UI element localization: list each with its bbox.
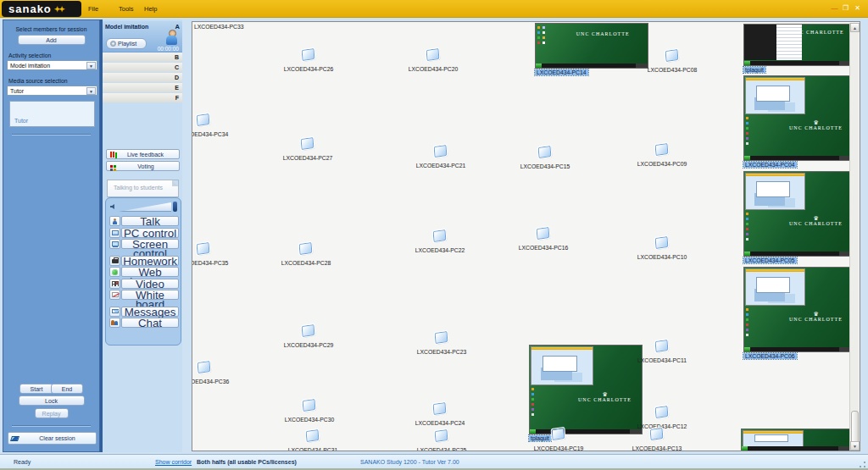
computer-icon[interactable] xyxy=(538,146,552,158)
student-name-label[interactable]: tplaquit xyxy=(743,67,765,73)
vertical-scrollbar[interactable]: ▲ ▼ xyxy=(849,23,859,451)
menu-help[interactable]: Help xyxy=(139,0,162,18)
computer-icon[interactable] xyxy=(197,113,210,126)
voting-button[interactable]: Voting xyxy=(106,161,180,171)
messages-button[interactable]: Messages xyxy=(121,307,179,317)
classroom-layout-canvas[interactable]: UNC CHARLOTTELXCOED434-PC14C CHARLOTTEtp… xyxy=(192,21,860,451)
computer-icon[interactable] xyxy=(655,340,669,352)
desktop-wallpaper-text: ♛UNC CHARLOTTE xyxy=(572,391,637,402)
computer-name-label: LXCOED434-PC19 xyxy=(523,445,594,451)
logo-text: sanako xyxy=(8,3,52,15)
lock-button[interactable]: Lock xyxy=(19,395,85,406)
session-tab-f[interactable]: F xyxy=(103,93,182,102)
video-stream-button[interactable]: Video stream xyxy=(121,279,179,289)
student-screen-thumbnail-LXCOED434-PC06[interactable]: ♛UNC CHARLOTTE xyxy=(743,267,852,352)
computer-icon[interactable] xyxy=(426,48,440,61)
media-source-value: Tutor xyxy=(10,88,24,94)
computer-icon[interactable] xyxy=(197,242,210,255)
computer-icon[interactable] xyxy=(650,428,664,440)
computer-icon[interactable] xyxy=(552,428,565,440)
computer-icon[interactable] xyxy=(655,143,669,156)
student-name-label[interactable]: LXCOED434-PC05 xyxy=(743,257,797,263)
chevron-down-icon[interactable]: ▼ xyxy=(86,62,96,69)
chevron-down-icon[interactable]: ▼ xyxy=(86,87,96,95)
scroll-up-icon[interactable]: ▲ xyxy=(850,23,860,32)
computer-icon[interactable] xyxy=(299,242,313,255)
student-name-label[interactable]: LXCOED434-PC04 xyxy=(743,162,797,168)
chat-icon-button[interactable] xyxy=(109,318,120,328)
add-button[interactable]: Add xyxy=(18,35,86,45)
web-browser-icon-button[interactable] xyxy=(109,267,120,277)
menu-file[interactable]: File xyxy=(83,0,103,18)
student-sanako-window xyxy=(745,268,805,306)
student-screen-thumbnail-tplaquit[interactable]: C CHARLOTTE xyxy=(743,24,852,66)
start-button[interactable]: Start xyxy=(19,384,53,394)
homework-icon-button[interactable] xyxy=(109,256,120,266)
session-tab-c[interactable]: C xyxy=(103,63,182,72)
computer-icon[interactable] xyxy=(655,236,669,249)
video-stream-icon-button[interactable] xyxy=(109,279,120,289)
computer-icon[interactable] xyxy=(303,399,316,412)
restore-button[interactable]: ❐ xyxy=(841,3,850,14)
media-source-dropdown[interactable]: Tutor▼ xyxy=(7,86,97,96)
homework-button[interactable]: Homework xyxy=(121,256,179,266)
computer-icon[interactable] xyxy=(433,402,447,415)
replay-button[interactable]: Replay xyxy=(35,408,69,418)
desktop-taskbar xyxy=(744,156,851,160)
screen-control-button[interactable]: Screen control xyxy=(121,239,179,249)
student-name-label[interactable]: LXCOED434-PC06 xyxy=(743,353,797,359)
student-name-label[interactable]: tplaquit xyxy=(529,435,551,441)
computer-icon[interactable] xyxy=(301,137,314,150)
student-screen-thumbnail-LXCOED434-PC14[interactable]: UNC CHARLOTTE xyxy=(535,23,648,69)
activity-selection-dropdown[interactable]: Model imitation▼ xyxy=(7,60,97,70)
computer-icon[interactable] xyxy=(433,229,447,242)
pc-control-icon-button[interactable] xyxy=(109,228,120,238)
volume-slider-thumb[interactable] xyxy=(173,202,177,212)
desktop-icons xyxy=(746,213,748,215)
web-browser-button[interactable]: Web browser xyxy=(121,267,179,277)
scroll-down-icon[interactable]: ▼ xyxy=(850,441,860,451)
session-tab-b[interactable]: B xyxy=(103,53,182,62)
computer-icon[interactable] xyxy=(306,429,320,442)
show-corridor-link[interactable]: Show corridor xyxy=(155,459,192,465)
computer-icon[interactable] xyxy=(302,324,315,337)
chat-row: Chat xyxy=(109,318,179,328)
messages-icon-button[interactable] xyxy=(109,307,120,317)
status-layout-name: Both halfs (all usable PCs/licenses) xyxy=(197,459,297,465)
close-button[interactable]: ✕ xyxy=(853,3,862,14)
messages-row: Messages xyxy=(109,307,179,317)
session-tab-e[interactable]: E xyxy=(103,83,182,92)
clear-session-button[interactable]: Clear session xyxy=(8,432,97,445)
computer-icon[interactable] xyxy=(435,429,448,442)
talk-icon-button[interactable] xyxy=(109,216,120,226)
pc-control-button[interactable]: PC control xyxy=(121,228,179,238)
computer-name-label: LXCOED434-PC16 xyxy=(508,245,579,251)
playlist-button[interactable]: Playlist xyxy=(106,38,147,49)
computer-icon[interactable] xyxy=(655,406,669,418)
computer-icon[interactable] xyxy=(665,49,679,62)
computer-icon[interactable] xyxy=(302,48,315,61)
white-board-button[interactable]: White board xyxy=(121,290,179,300)
menu-tools[interactable]: Tools xyxy=(114,0,139,18)
talk-button[interactable]: Talk xyxy=(121,216,179,226)
computer-icon[interactable] xyxy=(434,145,448,158)
session-a-header[interactable]: Model imitation A Playlist 00:00:00 xyxy=(103,21,182,53)
live-feedback-button[interactable]: Live feedback xyxy=(106,149,180,159)
screen-control-icon-button[interactable] xyxy=(109,239,120,249)
student-screen-thumbnail-LXCOED434-PC04[interactable]: ♛UNC CHARLOTTE xyxy=(743,75,852,161)
computer-icon[interactable] xyxy=(537,227,550,240)
session-tab-d[interactable]: D xyxy=(103,73,182,82)
resize-grip[interactable] xyxy=(859,461,866,468)
student-name-label[interactable]: LXCOED434-PC14 xyxy=(535,69,588,75)
computer-icon[interactable] xyxy=(435,331,448,344)
student-screen-thumbnail-LXCOED434-PC05[interactable]: ♛UNC CHARLOTTE xyxy=(743,171,852,257)
white-board-icon-button[interactable] xyxy=(109,290,120,300)
student-screen-thumbnail[interactable] xyxy=(741,429,851,451)
minimize-button[interactable]: — xyxy=(830,3,839,14)
chat-button[interactable]: Chat xyxy=(121,318,179,328)
student-screen-thumbnail-tplaquit[interactable]: ♛UNC CHARLOTTE xyxy=(529,345,643,434)
end-button[interactable]: End xyxy=(51,384,83,394)
volume-slider[interactable] xyxy=(119,202,171,212)
media-source-listbox[interactable]: Tutor xyxy=(9,101,95,127)
computer-icon[interactable] xyxy=(198,361,211,373)
